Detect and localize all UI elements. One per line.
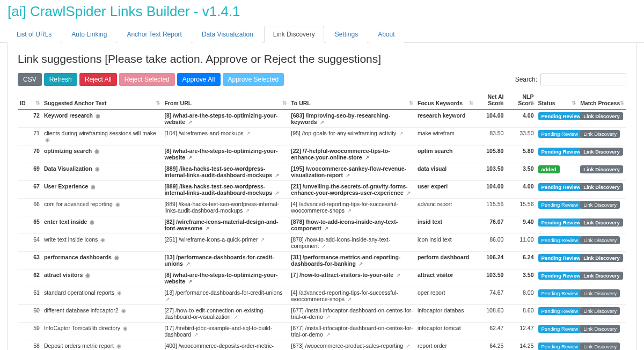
external-link-icon[interactable]: ↗ — [275, 190, 279, 196]
eye-icon[interactable]: ◉ — [45, 137, 50, 143]
eye-icon[interactable]: ◉ — [115, 201, 120, 207]
table-row[interactable]: 65enter text inside ◉[82] /wireframe-ico… — [18, 216, 626, 234]
external-link-icon[interactable]: ↗ — [324, 225, 328, 231]
table-row[interactable]: 72Keyword research ◉[8] /what-are-the-st… — [18, 110, 626, 128]
table-row[interactable]: 61standard operational reports ◉[13] /pe… — [18, 287, 626, 305]
col-to-url[interactable]: To URL — [289, 90, 415, 110]
tab-settings[interactable]: Settings — [326, 26, 367, 43]
eye-icon[interactable]: ◉ — [95, 166, 100, 172]
col-id[interactable]: ID — [18, 90, 42, 110]
table-row[interactable]: 69Data Visualization ◉[889] /ikea-hacks-… — [18, 163, 626, 181]
process-badge[interactable]: Link Discovery — [580, 218, 623, 227]
external-link-icon[interactable]: ↗ — [326, 332, 330, 338]
external-link-icon[interactable]: ↗ — [275, 172, 279, 178]
external-link-icon[interactable]: ↗ — [260, 237, 265, 243]
process-badge[interactable]: Link Discovery — [580, 183, 623, 191]
col-net-ai-score[interactable]: Net AI Score — [475, 90, 506, 110]
process-badge[interactable]: Link Discovery — [580, 342, 620, 350]
eye-icon[interactable]: ◉ — [117, 290, 122, 296]
status-badge[interactable]: Pending Review — [538, 342, 582, 350]
external-link-icon[interactable]: ↗ — [165, 296, 170, 302]
col-match-process[interactable]: Match Process — [578, 90, 626, 110]
csv-button[interactable]: CSV — [18, 73, 42, 86]
external-link-icon[interactable]: ↗ — [346, 172, 350, 178]
tab-about[interactable]: About — [369, 26, 404, 43]
status-badge[interactable]: Pending Review — [538, 236, 582, 244]
eye-icon[interactable]: ◉ — [90, 219, 94, 225]
col-status[interactable]: Status — [536, 90, 579, 110]
external-link-icon[interactable]: ↗ — [347, 208, 352, 214]
process-badge[interactable]: Link Discovery — [580, 236, 620, 244]
search-input[interactable] — [540, 74, 626, 85]
approve-all-button[interactable]: Approve All — [177, 73, 221, 86]
status-badge[interactable]: Pending Review — [538, 183, 584, 191]
eye-icon[interactable]: ◉ — [94, 148, 99, 154]
external-link-icon[interactable]: ↗ — [396, 272, 400, 278]
refresh-button[interactable]: Refresh — [44, 73, 77, 86]
process-badge[interactable]: Link Discovery — [580, 272, 623, 280]
status-badge[interactable]: Pending Review — [538, 201, 582, 209]
tab-list-of-urls[interactable]: List of URLs — [8, 26, 61, 43]
external-link-icon[interactable]: ↗ — [358, 261, 363, 267]
external-link-icon[interactable]: ↗ — [246, 130, 250, 136]
external-link-icon[interactable]: ↗ — [326, 314, 330, 320]
external-link-icon[interactable]: ↗ — [245, 208, 250, 214]
table-row[interactable]: 66com for advanced reporting ◉[889] /ike… — [18, 199, 626, 216]
external-link-icon[interactable]: ↗ — [399, 130, 403, 136]
col-from-url[interactable]: From URL — [162, 90, 289, 110]
col-nlp-score[interactable]: NLP Score — [506, 90, 536, 110]
eye-icon[interactable]: ◉ — [121, 308, 126, 313]
status-badge[interactable]: Pending Review — [538, 325, 582, 333]
approve-selected-button[interactable]: Approve Selected — [223, 73, 284, 86]
table-row[interactable]: 70optimizing search ◉[8] /what-are-the-s… — [18, 145, 626, 163]
table-row[interactable]: 71clients during wireframing sessions wi… — [18, 128, 626, 145]
process-badge[interactable]: Link Discovery — [580, 307, 620, 315]
process-badge[interactable]: Link Discovery — [580, 112, 623, 120]
table-row[interactable]: 64write text inside Icons ◉[251] /wirefr… — [18, 234, 626, 252]
eye-icon[interactable]: ◉ — [96, 113, 100, 119]
tab-anchor-text-report[interactable]: Anchor Text Report — [118, 26, 191, 43]
process-badge[interactable]: Link Discovery — [580, 130, 620, 138]
eye-icon[interactable]: ◉ — [91, 184, 96, 189]
table-row[interactable]: 67User Experience ◉[889] /ikea-hacks-tes… — [18, 181, 626, 199]
external-link-icon[interactable]: ↗ — [365, 155, 369, 161]
external-link-icon[interactable]: ↗ — [321, 243, 326, 249]
tab-data-visualization[interactable]: Data Visualization — [193, 26, 262, 43]
external-link-icon[interactable]: ↗ — [320, 119, 324, 125]
eye-icon[interactable]: ◉ — [123, 325, 128, 331]
tab-auto-linking[interactable]: Auto Linking — [62, 26, 116, 43]
external-link-icon[interactable]: ↗ — [406, 343, 410, 349]
table-row[interactable]: 59InfoCaptor Tomcat/lib directory ◉[17] … — [18, 323, 626, 340]
status-badge[interactable]: Pending Review — [538, 130, 582, 138]
status-badge[interactable]: Pending Review — [538, 148, 584, 156]
status-badge[interactable]: Pending Review — [538, 218, 584, 227]
col-focus-keywords[interactable]: Focus Keywords — [415, 90, 475, 110]
external-link-icon[interactable]: ↗ — [188, 279, 192, 285]
process-badge[interactable]: Link Discovery — [580, 148, 623, 156]
table-row[interactable]: 60different database infocaptor2 ◉[27] /… — [18, 305, 626, 323]
status-badge[interactable]: Pending Review — [538, 112, 584, 120]
eye-icon[interactable]: ◉ — [116, 343, 121, 349]
eye-icon[interactable]: ◉ — [100, 237, 105, 243]
process-badge[interactable]: Link Discovery — [580, 165, 623, 173]
col-suggested-anchor-text[interactable]: Suggested Anchor Text — [42, 90, 163, 110]
reject-all-button[interactable]: Reject All — [79, 73, 117, 86]
eye-icon[interactable]: ◉ — [114, 254, 119, 260]
table-row[interactable]: 58Deposit orders metric report ◉[400] /w… — [18, 340, 626, 351]
status-badge[interactable]: Pending Review — [538, 289, 582, 297]
external-link-icon[interactable]: ↗ — [205, 225, 209, 231]
table-row[interactable]: 63performance dashboards ◉[13] /performa… — [18, 252, 626, 269]
process-badge[interactable]: Link Discovery — [580, 289, 620, 297]
external-link-icon[interactable]: ↗ — [188, 155, 192, 161]
process-badge[interactable]: Link Discovery — [580, 325, 620, 333]
eye-icon[interactable]: ◉ — [85, 272, 90, 278]
process-badge[interactable]: Link Discovery — [580, 254, 623, 262]
status-badge[interactable]: Pending Review — [538, 254, 584, 262]
table-row[interactable]: 62attract visitors ◉[8] /what-are-the-st… — [18, 269, 626, 287]
external-link-icon[interactable]: ↗ — [406, 190, 411, 196]
external-link-icon[interactable]: ↗ — [188, 119, 192, 125]
external-link-icon[interactable]: ↗ — [347, 296, 352, 302]
reject-selected-button[interactable]: Reject Selected — [119, 73, 175, 86]
external-link-icon[interactable]: ↗ — [233, 314, 238, 320]
status-badge[interactable]: Pending Review — [538, 307, 582, 315]
